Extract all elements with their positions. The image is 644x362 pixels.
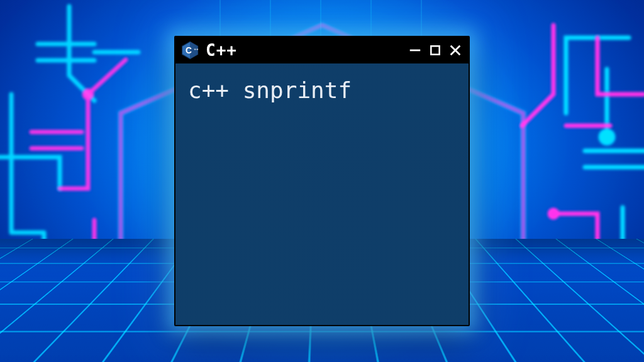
maximize-button[interactable] [428,43,442,57]
close-icon [448,43,462,57]
close-button[interactable] [448,43,462,57]
svg-text:+: + [194,47,196,51]
titlebar: C + + C++ [175,37,469,63]
svg-text:+: + [196,47,198,51]
minimize-icon [408,43,422,57]
svg-text:C: C [186,46,192,55]
window-title: C++ [206,41,402,60]
cpp-logo-icon: C + + [180,41,199,60]
maximize-icon [429,44,441,57]
svg-rect-9 [431,46,439,54]
terminal-text: c++ snprintf [188,77,352,103]
minimize-button[interactable] [408,43,422,57]
terminal-content: c++ snprintf [175,63,469,325]
terminal-window: C + + C++ [174,36,470,326]
